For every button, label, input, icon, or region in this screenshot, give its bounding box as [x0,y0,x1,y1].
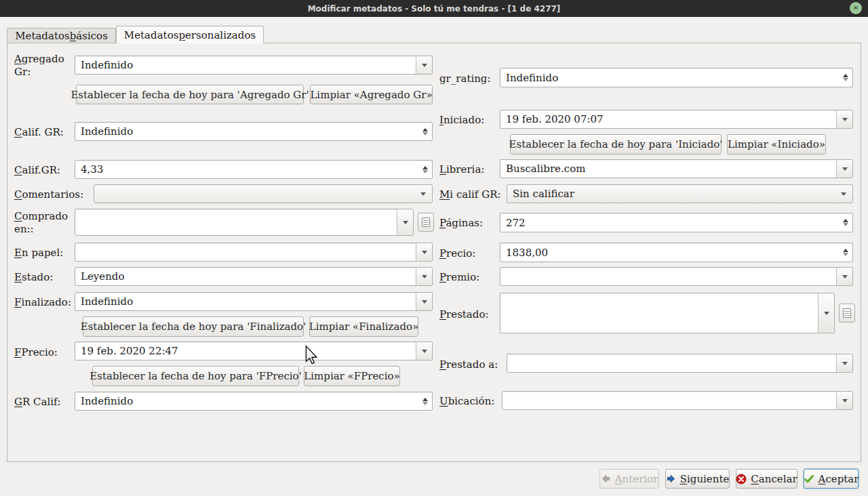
libreria-combobox[interactable]: Buscalibre.com [500,159,853,178]
chevron-down-icon [842,275,848,281]
calif-gr2-value: 4,33 [75,163,418,175]
label-libreria: Libreria: [439,163,484,176]
spin-up-icon [843,216,848,222]
chevron-down-icon [841,192,846,199]
chevron-down-icon [842,362,848,368]
agregado-gr-dropdown-button[interactable] [416,56,432,74]
set-today-iniciado-button[interactable]: Establecer la fecha de hoy para 'Iniciad… [510,134,722,154]
prestado-a-dropdown-button[interactable] [836,354,852,372]
label-calif-gr2: Calif.GR: [14,164,74,177]
clear-iniciado-button[interactable]: Limpiar «Iniciado» [727,134,826,154]
window-close-button[interactable]: ✕ [850,2,862,14]
spin-up-icon [422,163,428,169]
calif-gr-spinbox[interactable]: Indefinido [75,122,433,141]
agregado-gr-combobox[interactable]: Indefinido [75,56,433,75]
label-gr-calif: GR Calif: [14,396,74,409]
document-icon [422,218,430,227]
cancel-icon [736,474,747,484]
spin-up-icon [422,395,428,401]
tab-metadatos-personalizados[interactable]: Metadatos personalizados [116,26,264,43]
agregado-gr-value: Indefinido [75,59,416,71]
clear-finalizado-button[interactable]: Limpiar «Finalizado» [309,316,418,337]
precio-value: 1838,00 [500,247,839,259]
chevron-down-icon [842,399,848,405]
libreria-dropdown-button[interactable] [836,160,852,178]
iniciado-dropdown-button[interactable] [836,110,852,128]
estado-combobox[interactable]: Leyendo [75,267,433,286]
prestado-a-combobox[interactable] [507,354,853,373]
finalizado-value: Indefinido [75,295,416,308]
cancelar-label: Cancelar [751,473,797,485]
calif-gr2-spinner-buttons[interactable] [418,161,432,178]
prestado-edit-text-button[interactable] [839,304,855,323]
ubicacion-combobox[interactable] [502,391,853,410]
en-papel-combobox[interactable] [75,243,433,262]
prestado-combobox[interactable] [500,293,835,333]
libreria-value: Buscalibre.com [500,163,836,175]
premio-combobox[interactable] [500,267,853,286]
anterior-button[interactable]: Anterior [599,469,659,489]
set-today-fprecio-button[interactable]: Establecer la fecha de hoy para 'FPrecio… [92,366,299,386]
finalizado-dropdown-button[interactable] [416,293,432,310]
chevron-down-icon [842,167,848,173]
tab-metadatos-basicos[interactable]: Metadatos básicos [7,28,116,43]
en-papel-dropdown-button[interactable] [416,243,432,261]
label-paginas: Páginas: [439,217,483,230]
finalizado-combobox[interactable]: Indefinido [75,292,433,311]
siguiente-label: Siguiente [680,473,730,485]
set-today-agregado-gr-button[interactable]: Establecer la fecha de hoy para 'Agregad… [76,85,304,104]
cancelar-button[interactable]: Cancelar [736,469,797,489]
gr-calif-spinbox[interactable]: Indefinido [75,392,433,411]
premio-dropdown-button[interactable] [836,268,852,285]
precio-spinner-buttons[interactable] [839,243,852,262]
set-today-finalizado-button[interactable]: Establecer la fecha de hoy para 'Finaliz… [83,316,304,337]
paginas-spinner-buttons[interactable] [839,213,852,232]
comprado-en-combobox[interactable] [75,209,414,236]
label-agregado-gr: Agregado Gr: [14,53,74,79]
fprecio-value: 19 feb. 2020 22:47 [75,345,416,357]
spin-down-icon [422,132,428,138]
fprecio-combobox[interactable]: 19 feb. 2020 22:47 [75,342,433,360]
estado-value: Leyendo [75,270,416,283]
aceptar-button[interactable]: Aceptar [804,469,859,489]
spin-down-icon [422,402,428,408]
arrow-right-icon [666,474,676,484]
iniciado-combobox[interactable]: 19 feb. 2020 07:07 [500,110,853,129]
mi-calif-gr-combobox[interactable]: Sin calificar [507,184,853,203]
chevron-down-icon [403,221,408,227]
gr-calif-spinner-buttons[interactable] [418,392,432,410]
gr-rating-value: Indefinido [500,72,839,84]
clear-agregado-gr-button[interactable]: Limpiar «Agregado Gr» [310,85,433,104]
label-estado: Estado: [14,271,74,284]
label-comentarios: Comentarios: [14,188,79,201]
document-icon [843,308,851,318]
chevron-down-icon [422,350,427,356]
gr-calif-value: Indefinido [75,395,418,407]
siguiente-button[interactable]: Siguiente [665,469,730,489]
estado-dropdown-button[interactable] [416,268,432,285]
label-prestado-a: Prestado a: [439,358,498,371]
prestado-dropdown-button[interactable] [818,293,834,333]
chevron-down-icon [420,192,426,199]
comentarios-combobox[interactable] [94,184,433,203]
gr-rating-spinbox[interactable]: Indefinido [500,68,853,87]
label-premio: Premio: [439,271,479,284]
clear-fprecio-button[interactable]: Limpiar «FPrecio» [304,366,400,386]
spin-up-icon [843,71,848,77]
spin-down-icon [843,253,848,259]
calif-gr-spinner-buttons[interactable] [418,123,432,140]
chevron-down-icon [824,312,829,318]
ubicacion-dropdown-button[interactable] [836,392,852,409]
gr-rating-spinner-buttons[interactable] [839,68,852,87]
comprado-en-edit-text-button[interactable] [418,213,434,232]
paginas-spinbox[interactable]: 272 [500,213,853,232]
check-icon [804,474,814,484]
label-en-papel: En papel: [14,247,74,260]
fprecio-dropdown-button[interactable] [416,342,432,360]
label-precio: Precio: [439,247,475,260]
calif-gr2-spinbox[interactable]: 4,33 [75,160,433,179]
precio-spinbox[interactable]: 1838,00 [500,243,853,262]
comprado-en-dropdown-button[interactable] [397,209,413,235]
spin-up-icon [843,246,848,252]
titlebar[interactable]: Modificar metadatos - Solo tú me tendras… [0,0,868,17]
